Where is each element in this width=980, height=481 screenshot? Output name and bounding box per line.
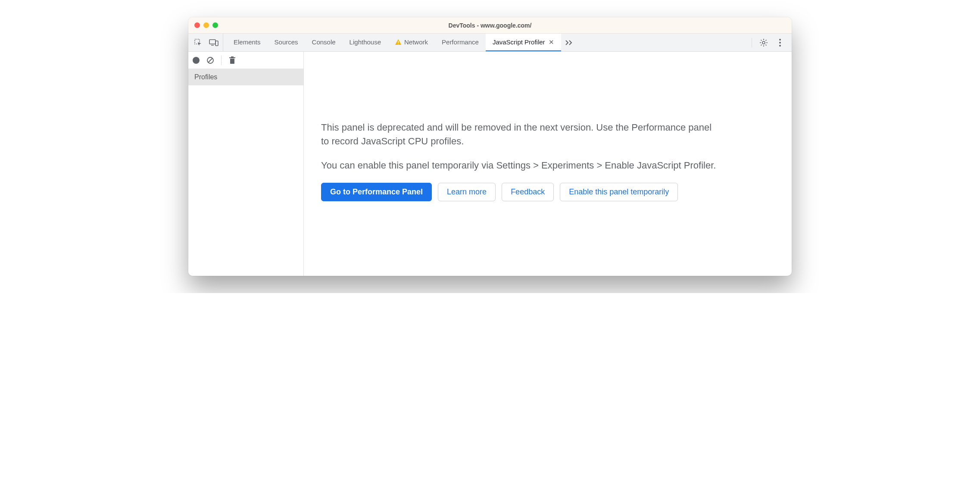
close-window-button[interactable] bbox=[194, 22, 200, 28]
minimize-window-button[interactable] bbox=[203, 22, 209, 28]
tab-sources[interactable]: Sources bbox=[268, 34, 305, 51]
tab-label: JavaScript Profiler bbox=[493, 38, 545, 46]
separator bbox=[221, 56, 222, 65]
tab-label: Sources bbox=[275, 38, 298, 46]
tabbar-left-tools bbox=[191, 34, 223, 51]
delete-icon[interactable] bbox=[228, 56, 237, 65]
settings-gear-icon[interactable] bbox=[759, 38, 768, 47]
tab-lighthouse[interactable]: Lighthouse bbox=[343, 34, 388, 51]
titlebar: DevTools - www.google.com/ bbox=[188, 17, 792, 34]
deprecation-message: This panel is deprecated and will be rem… bbox=[321, 121, 718, 201]
tab-label: Lighthouse bbox=[350, 38, 381, 46]
svg-rect-14 bbox=[231, 56, 234, 57]
svg-rect-12 bbox=[230, 59, 234, 64]
tab-console[interactable]: Console bbox=[305, 34, 343, 51]
svg-point-9 bbox=[779, 45, 781, 47]
tabs: Elements Sources Console Lighthouse bbox=[227, 34, 561, 51]
message-paragraph-1: This panel is deprecated and will be rem… bbox=[321, 121, 718, 148]
record-button[interactable] bbox=[193, 57, 200, 64]
sidebar: Profiles bbox=[188, 52, 304, 276]
device-toggle-icon[interactable] bbox=[209, 38, 218, 47]
window-controls bbox=[188, 22, 218, 28]
maximize-window-button[interactable] bbox=[212, 22, 218, 28]
tabs-overflow-button[interactable] bbox=[561, 34, 577, 51]
svg-rect-4 bbox=[398, 41, 399, 43]
sidebar-item-label: Profiles bbox=[194, 73, 217, 81]
svg-line-11 bbox=[208, 58, 212, 62]
svg-rect-13 bbox=[229, 57, 235, 58]
clear-icon[interactable] bbox=[206, 56, 215, 65]
button-row: Go to Performance Panel Learn more Feedb… bbox=[321, 183, 718, 201]
tab-label: Elements bbox=[234, 38, 261, 46]
more-menu-icon[interactable] bbox=[775, 38, 785, 47]
sidebar-item-profiles[interactable]: Profiles bbox=[188, 69, 303, 85]
close-tab-icon[interactable]: ✕ bbox=[549, 39, 554, 45]
tab-performance[interactable]: Performance bbox=[435, 34, 486, 51]
main-panel: This panel is deprecated and will be rem… bbox=[304, 52, 792, 276]
separator bbox=[752, 38, 752, 47]
tabbar: Elements Sources Console Lighthouse bbox=[188, 34, 792, 52]
tab-label: Console bbox=[312, 38, 336, 46]
warning-icon bbox=[395, 39, 402, 46]
sidebar-toolbar bbox=[188, 52, 303, 69]
tab-label: Network bbox=[404, 38, 428, 46]
message-paragraph-2: You can enable this panel temporarily vi… bbox=[321, 159, 718, 172]
tab-javascript-profiler[interactable]: JavaScript Profiler ✕ bbox=[486, 34, 561, 51]
tab-label: Performance bbox=[442, 38, 479, 46]
svg-point-7 bbox=[779, 39, 781, 41]
feedback-button[interactable]: Feedback bbox=[502, 183, 554, 201]
svg-point-8 bbox=[779, 42, 781, 44]
svg-rect-5 bbox=[398, 44, 399, 44]
tabbar-right-tools bbox=[752, 34, 789, 51]
enable-temporarily-button[interactable]: Enable this panel temporarily bbox=[560, 183, 678, 201]
devtools-window: DevTools - www.google.com/ Elements bbox=[188, 17, 792, 276]
inspect-element-icon[interactable] bbox=[194, 38, 203, 47]
svg-point-6 bbox=[762, 41, 765, 44]
go-to-performance-button[interactable]: Go to Performance Panel bbox=[321, 183, 432, 201]
learn-more-button[interactable]: Learn more bbox=[438, 183, 496, 201]
content: Profiles This panel is deprecated and wi… bbox=[188, 52, 792, 276]
window-title: DevTools - www.google.com/ bbox=[188, 22, 792, 29]
tab-network[interactable]: Network bbox=[388, 34, 435, 51]
tab-elements[interactable]: Elements bbox=[227, 34, 268, 51]
svg-rect-1 bbox=[209, 40, 215, 44]
svg-rect-3 bbox=[215, 41, 218, 46]
